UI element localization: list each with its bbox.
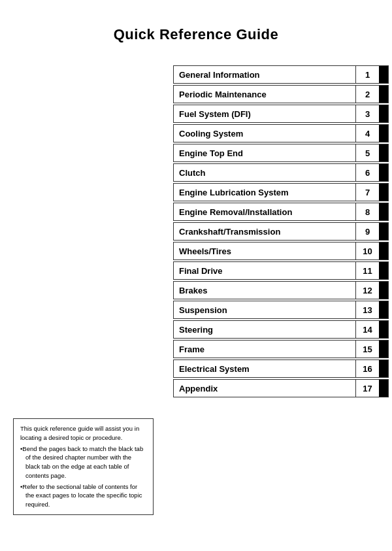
- toc-label: Clutch: [174, 164, 355, 181]
- toc-label: Final Drive: [174, 262, 355, 279]
- toc-tab: [379, 184, 388, 201]
- info-main-text: This quick reference guide will assist y…: [20, 425, 139, 441]
- toc-number: 2: [355, 86, 379, 103]
- toc-row[interactable]: Clutch6: [173, 163, 389, 182]
- toc-row[interactable]: Appendix17: [173, 379, 389, 397]
- toc-row[interactable]: Engine Removal/Installation8: [173, 203, 389, 221]
- toc-row[interactable]: Frame15: [173, 340, 389, 358]
- toc-tab: [379, 380, 388, 397]
- toc-row[interactable]: Steering14: [173, 320, 389, 339]
- toc-label: Cooling System: [174, 125, 355, 142]
- toc-number: 14: [355, 321, 379, 338]
- toc-label: Engine Removal/Installation: [174, 203, 355, 220]
- toc-number: 4: [355, 125, 379, 142]
- toc-tab: [379, 144, 388, 161]
- toc-number: 5: [355, 144, 379, 161]
- toc-tab: [379, 223, 388, 240]
- toc-row[interactable]: Wheels/Tires10: [173, 242, 389, 260]
- toc-row[interactable]: Cooling System4: [173, 124, 389, 142]
- toc-tab: [379, 86, 388, 103]
- toc-row[interactable]: Engine Lubrication System7: [173, 183, 389, 201]
- toc-tab: [379, 242, 388, 259]
- toc-row[interactable]: Crankshaft/Transmission9: [173, 222, 389, 241]
- toc-label: Suspension: [174, 301, 355, 318]
- toc-label: Frame: [174, 341, 355, 358]
- toc-label: Steering: [174, 321, 355, 338]
- toc-number: 3: [355, 105, 379, 122]
- toc-label: Brakes: [174, 282, 355, 299]
- toc-label: Fuel System (DFI): [174, 105, 355, 122]
- toc-row[interactable]: Suspension13: [173, 301, 389, 319]
- toc-number: 17: [355, 380, 379, 397]
- toc-row[interactable]: General Information1: [173, 65, 389, 84]
- toc-row[interactable]: Periodic Maintenance2: [173, 85, 389, 103]
- toc-row[interactable]: Fuel System (DFI)3: [173, 105, 389, 123]
- toc-label: Crankshaft/Transmission: [174, 223, 355, 240]
- info-box: This quick reference guide will assist y…: [13, 418, 154, 515]
- toc-tab: [379, 203, 388, 220]
- toc-tab: [379, 360, 388, 377]
- toc-label: Appendix: [174, 380, 355, 397]
- toc-number: 6: [355, 164, 379, 181]
- toc-tab: [379, 301, 388, 318]
- toc-row[interactable]: Electrical System16: [173, 359, 389, 378]
- toc-number: 9: [355, 223, 379, 240]
- toc-tab: [379, 341, 388, 358]
- toc-label: Engine Lubrication System: [174, 184, 355, 201]
- toc-number: 15: [355, 341, 379, 358]
- toc-tab: [379, 164, 388, 181]
- toc-number: 10: [355, 242, 379, 259]
- toc-row[interactable]: Engine Top End5: [173, 144, 389, 162]
- toc-number: 7: [355, 184, 379, 201]
- toc-number: 11: [355, 262, 379, 279]
- toc-container: General Information1Periodic Maintenance…: [173, 65, 389, 399]
- toc-tab: [379, 262, 388, 279]
- info-bullet1: •Bend the pages back to match the black …: [20, 444, 146, 480]
- info-bullet2: •Refer to the sectional table of content…: [20, 482, 146, 509]
- toc-number: 16: [355, 360, 379, 377]
- toc-tab: [379, 321, 388, 338]
- toc-label: Engine Top End: [174, 144, 355, 161]
- toc-tab: [379, 125, 388, 142]
- toc-label: Wheels/Tires: [174, 242, 355, 259]
- toc-label: Periodic Maintenance: [174, 86, 355, 103]
- toc-tab: [379, 66, 388, 83]
- toc-label: General Information: [174, 66, 355, 83]
- toc-label: Electrical System: [174, 360, 355, 377]
- toc-row[interactable]: Final Drive11: [173, 261, 389, 280]
- toc-number: 13: [355, 301, 379, 318]
- toc-row[interactable]: Brakes12: [173, 281, 389, 299]
- toc-tab: [379, 105, 388, 122]
- toc-number: 1: [355, 66, 379, 83]
- toc-number: 8: [355, 203, 379, 220]
- toc-number: 12: [355, 282, 379, 299]
- page-title: Quick Reference Guide: [0, 0, 392, 56]
- toc-tab: [379, 282, 388, 299]
